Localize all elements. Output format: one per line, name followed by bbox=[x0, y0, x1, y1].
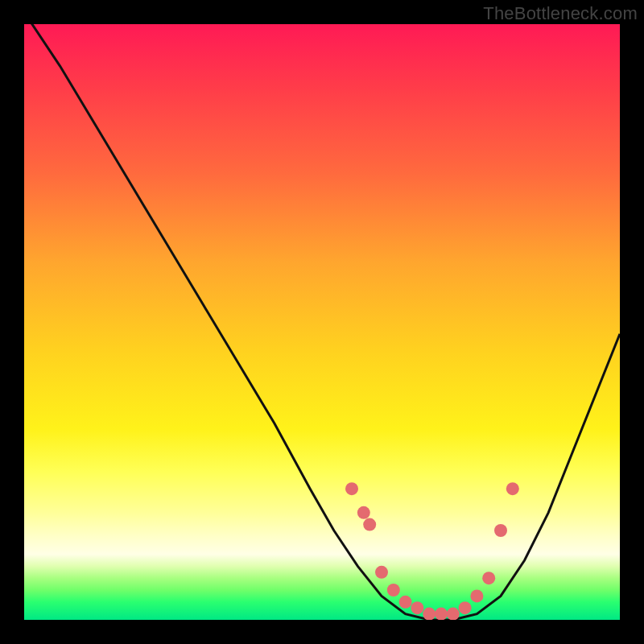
data-marker bbox=[435, 608, 448, 620]
data-marker bbox=[375, 566, 388, 579]
data-marker bbox=[482, 572, 495, 584]
marker-group bbox=[345, 482, 519, 620]
data-marker bbox=[387, 584, 400, 597]
data-marker bbox=[363, 518, 376, 531]
chart-svg bbox=[24, 24, 620, 620]
data-marker bbox=[447, 608, 460, 620]
plot-area bbox=[24, 24, 620, 620]
watermark-text: TheBottleneck.com bbox=[483, 3, 638, 24]
data-marker bbox=[470, 589, 483, 602]
data-marker bbox=[506, 482, 519, 495]
data-marker bbox=[345, 482, 358, 495]
data-marker bbox=[423, 608, 436, 620]
data-marker bbox=[494, 524, 507, 537]
chart-frame: TheBottleneck.com bbox=[0, 0, 644, 644]
data-marker bbox=[399, 596, 412, 609]
data-marker bbox=[357, 506, 370, 519]
data-marker bbox=[411, 601, 423, 614]
data-marker bbox=[459, 601, 472, 614]
bottleneck-curve bbox=[24, 24, 620, 620]
